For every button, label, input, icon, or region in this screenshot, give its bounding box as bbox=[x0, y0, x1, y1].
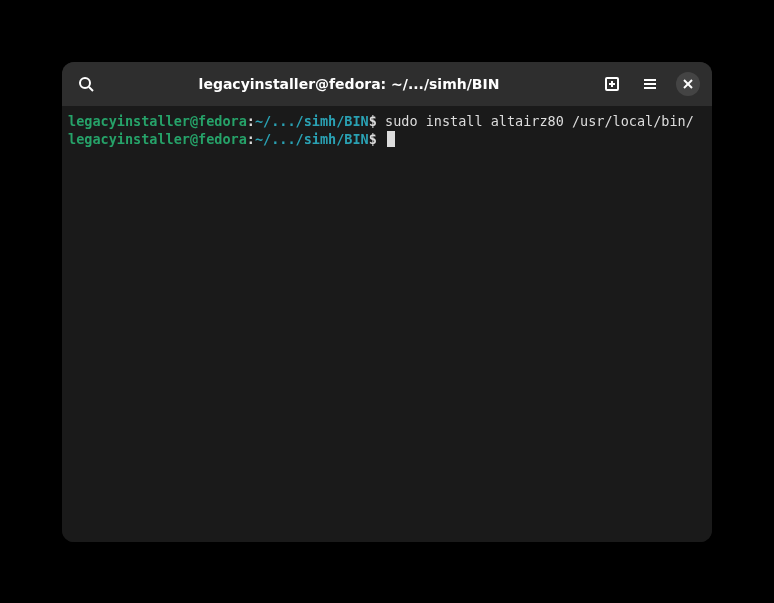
title-bar-left bbox=[74, 72, 98, 96]
svg-point-0 bbox=[80, 78, 90, 88]
search-button[interactable] bbox=[74, 72, 98, 96]
close-button[interactable] bbox=[676, 72, 700, 96]
command-text: sudo install altairz80 /usr/local/bin/ bbox=[385, 113, 694, 129]
prompt-colon: : bbox=[247, 131, 255, 147]
svg-line-1 bbox=[89, 87, 93, 91]
prompt-path: ~/.../simh/BIN bbox=[255, 131, 369, 147]
prompt-path: ~/.../simh/BIN bbox=[255, 113, 369, 129]
close-icon bbox=[683, 79, 693, 89]
cursor bbox=[387, 131, 395, 147]
prompt-colon: : bbox=[247, 113, 255, 129]
prompt-dollar: $ bbox=[369, 113, 385, 129]
prompt-line: legacyinstaller@fedora:~/.../simh/BIN$ bbox=[68, 130, 706, 148]
title-bar-right bbox=[600, 72, 700, 96]
terminal-body[interactable]: legacyinstaller@fedora:~/.../simh/BIN$ s… bbox=[62, 106, 712, 542]
prompt-dollar: $ bbox=[369, 131, 385, 147]
search-icon bbox=[78, 76, 94, 92]
terminal-window: legacyinstaller@fedora: ~/.../simh/BIN bbox=[62, 62, 712, 542]
new-tab-button[interactable] bbox=[600, 72, 624, 96]
window-title: legacyinstaller@fedora: ~/.../simh/BIN bbox=[98, 76, 600, 92]
user-host: legacyinstaller@fedora bbox=[68, 131, 247, 147]
user-host: legacyinstaller@fedora bbox=[68, 113, 247, 129]
hamburger-icon bbox=[642, 76, 658, 92]
prompt-line: legacyinstaller@fedora:~/.../simh/BIN$ s… bbox=[68, 112, 706, 130]
new-tab-icon bbox=[604, 76, 620, 92]
title-bar: legacyinstaller@fedora: ~/.../simh/BIN bbox=[62, 62, 712, 106]
menu-button[interactable] bbox=[638, 72, 662, 96]
